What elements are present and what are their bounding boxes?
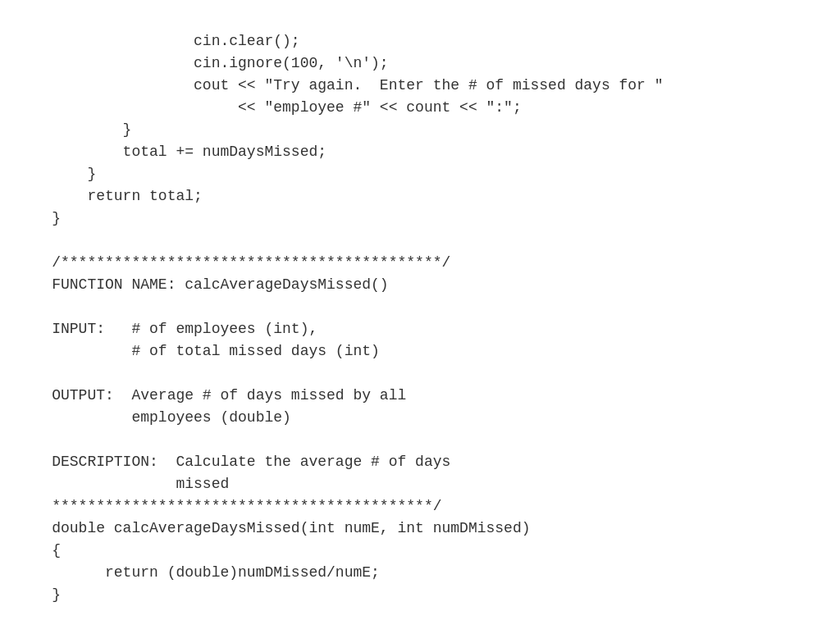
code-line-20: DESCRIPTION: Calculate the average # of … xyxy=(16,454,450,470)
code-line-17: OUTPUT: Average # of days missed by all xyxy=(16,387,406,404)
code-line-22: ****************************************… xyxy=(16,498,441,514)
code-line-11: /***************************************… xyxy=(16,254,450,271)
code-line-25: return (double)numDMissed/numE; xyxy=(16,564,380,581)
code-line-24: { xyxy=(16,542,61,559)
code-line-26: } xyxy=(16,586,61,603)
code-line-6: total += numDaysMissed; xyxy=(16,144,326,160)
code-display: cin.clear(); cin.ignore(100, '\n'); cout… xyxy=(0,0,840,614)
code-line-15: # of total missed days (int) xyxy=(16,343,380,359)
code-line-18: employees (double) xyxy=(16,409,291,426)
code-line-12: FUNCTION NAME: calcAverageDaysMissed() xyxy=(16,276,389,293)
code-line-1: cin.clear(); xyxy=(16,33,300,49)
code-line-3: cout << "Try again. Enter the # of misse… xyxy=(16,77,664,93)
code-line-5: } xyxy=(16,121,131,138)
code-line-2: cin.ignore(100, '\n'); xyxy=(16,55,389,71)
code-line-4: << "employee #" << count << ":"; xyxy=(16,99,522,116)
code-line-8: return total; xyxy=(16,188,203,204)
code-line-7: } xyxy=(16,166,96,182)
code-line-21: missed xyxy=(16,476,229,492)
code-line-14: INPUT: # of employees (int), xyxy=(16,321,317,337)
code-line-9: } xyxy=(16,210,61,226)
code-line-23: double calcAverageDaysMissed(int numE, i… xyxy=(16,520,531,536)
